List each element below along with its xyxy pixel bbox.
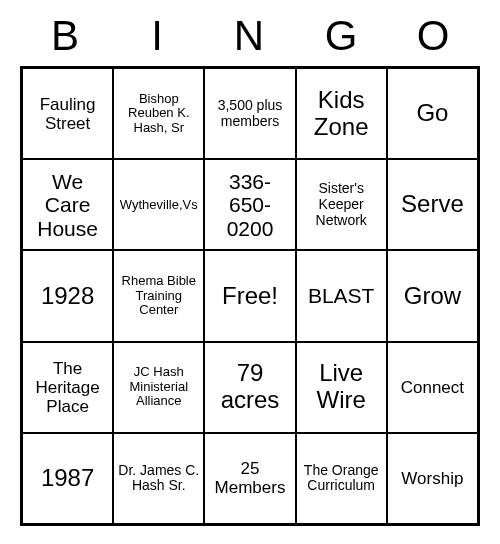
- bingo-cell-r1-c0[interactable]: We Care House: [22, 159, 113, 250]
- header-letter-g: G: [296, 12, 388, 60]
- bingo-cell-r3-c1[interactable]: JC Hash Ministerial Alliance: [113, 342, 204, 433]
- bingo-cell-r1-c1[interactable]: Wytheville,Vs: [113, 159, 204, 250]
- bingo-cell-r4-c3[interactable]: The Orange Curriculum: [296, 433, 387, 524]
- bingo-header: B I N G O: [20, 12, 480, 60]
- bingo-cell-r0-c2[interactable]: 3,500 plus members: [204, 68, 295, 159]
- bingo-cell-r4-c4[interactable]: Worship: [387, 433, 478, 524]
- bingo-cell-r2-c1[interactable]: Rhema Bible Training Center: [113, 250, 204, 341]
- bingo-cell-r0-c1[interactable]: Bishop Reuben K. Hash, Sr: [113, 68, 204, 159]
- bingo-cell-r1-c3[interactable]: Sister's Keeper Network: [296, 159, 387, 250]
- bingo-cell-r3-c3[interactable]: Live Wire: [296, 342, 387, 433]
- bingo-cell-r3-c2[interactable]: 79 acres: [204, 342, 295, 433]
- bingo-cell-r4-c0[interactable]: 1987: [22, 433, 113, 524]
- header-letter-b: B: [20, 12, 112, 60]
- bingo-cell-r0-c0[interactable]: Fauling Street: [22, 68, 113, 159]
- header-letter-n: N: [204, 12, 296, 60]
- bingo-cell-r2-c4[interactable]: Grow: [387, 250, 478, 341]
- bingo-grid: Fauling StreetBishop Reuben K. Hash, Sr3…: [20, 66, 480, 526]
- header-letter-o: O: [388, 12, 480, 60]
- bingo-cell-r4-c1[interactable]: Dr. James C. Hash Sr.: [113, 433, 204, 524]
- bingo-cell-r3-c0[interactable]: The Heritage Place: [22, 342, 113, 433]
- bingo-cell-r4-c2[interactable]: 25 Members: [204, 433, 295, 524]
- bingo-cell-r1-c2[interactable]: 336-650-0200: [204, 159, 295, 250]
- bingo-cell-r2-c2[interactable]: Free!: [204, 250, 295, 341]
- bingo-cell-r2-c0[interactable]: 1928: [22, 250, 113, 341]
- bingo-cell-r0-c4[interactable]: Go: [387, 68, 478, 159]
- bingo-cell-r0-c3[interactable]: Kids Zone: [296, 68, 387, 159]
- bingo-cell-r2-c3[interactable]: BLAST: [296, 250, 387, 341]
- header-letter-i: I: [112, 12, 204, 60]
- bingo-cell-r3-c4[interactable]: Connect: [387, 342, 478, 433]
- bingo-cell-r1-c4[interactable]: Serve: [387, 159, 478, 250]
